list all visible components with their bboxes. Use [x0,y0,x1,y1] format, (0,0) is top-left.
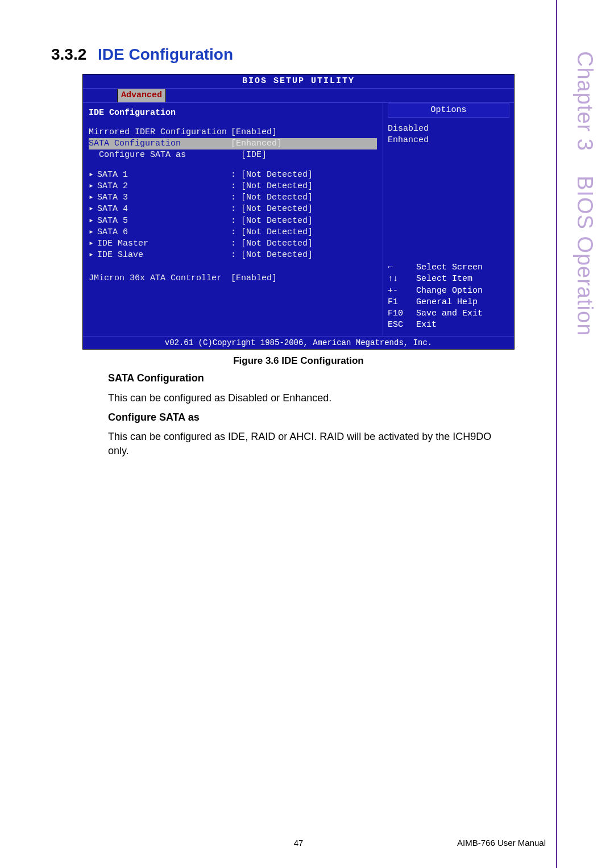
bios-config-row[interactable]: SATA Configuration[Enhanced] [89,138,377,149]
bios-config-row[interactable]: Configure SATA as[IDE] [89,149,377,161]
bios-device-value: [Not Detected] [241,227,313,238]
bios-option[interactable]: Disabled [388,123,509,135]
bios-device-label: SATA 6 [89,227,231,238]
bios-extra-label: JMicron 36x ATA Controller [89,273,231,284]
bios-config-value: [Enhanced] [231,138,282,149]
bios-nav-key: +- [388,285,416,297]
bios-device-row[interactable]: SATA 5: [Not Detected] [89,215,377,227]
bios-device-row[interactable]: SATA 3: [Not Detected] [89,192,377,203]
bios-nav-text: Select Item [416,273,472,285]
bios-screenshot: BIOS SETUP UTILITY Advanced IDE Configur… [82,74,515,350]
body-heading-2: Configure SATA as [108,410,506,424]
chapter-title: BIOS Operation [573,176,597,336]
bios-right-panel: Options DisabledEnhanced ←Select Screen↑… [383,103,514,336]
body-heading-1: SATA Configuration [108,371,506,385]
bios-config-value: [IDE] [241,149,267,161]
bios-nav-text: Change Option [416,285,483,297]
bios-device-value: [Not Detected] [241,238,313,250]
bios-nav-text: Exit [416,319,437,331]
bios-config-label: Configure SATA as [99,149,241,161]
section-heading: 3.3.2 IDE Configuration [51,45,546,64]
bios-device-label: SATA 2 [89,181,231,192]
bios-extra-value: [Enabled] [231,273,277,284]
bios-tab-row: Advanced [83,89,514,102]
bios-panel-title: IDE Configuration [89,107,377,119]
bios-nav-key: F1 [388,297,416,308]
bios-tab-advanced[interactable]: Advanced [117,89,166,102]
bios-nav-row: ←Select Screen [388,262,509,273]
bios-device-value: [Not Detected] [241,250,313,261]
bios-footer: v02.61 (C)Copyright 1985-2006, American … [83,336,514,350]
bios-title: BIOS SETUP UTILITY [83,74,514,89]
figure-caption: Figure 3.6 IDE Configuration [51,355,546,367]
bios-device-row[interactable]: SATA 4: [Not Detected] [89,203,377,215]
bios-nav-key: ↑↓ [388,273,416,285]
bios-device-value: [Not Detected] [241,169,313,181]
bios-nav-key: F10 [388,308,416,319]
section-number: 3.3.2 [51,45,86,63]
bios-nav-text: Save and Exit [416,308,483,319]
bios-device-value: [Not Detected] [241,192,313,203]
bios-device-value: [Not Detected] [241,215,313,227]
bios-nav-row: F1General Help [388,297,509,308]
bios-nav-row: F10Save and Exit [388,308,509,319]
bios-nav-text: Select Screen [416,262,483,273]
bios-device-label: IDE Slave [89,250,231,261]
side-chapter-tab: Chapter 3 BIOS Operation [572,51,597,336]
bios-extra-row[interactable]: JMicron 36x ATA Controller [Enabled] [89,273,377,284]
bios-nav-key: ← [388,262,416,273]
bios-device-label: SATA 1 [89,169,231,181]
bios-device-row[interactable]: IDE Slave: [Not Detected] [89,250,377,261]
bios-nav-text: General Help [416,297,478,308]
bios-nav-row: ESCExit [388,319,509,331]
bios-nav-row: +-Change Option [388,285,509,297]
bios-device-row[interactable]: SATA 2: [Not Detected] [89,181,377,192]
bios-device-row[interactable]: SATA 1: [Not Detected] [89,169,377,181]
body-para-1: This can be configured as Disabled or En… [108,391,506,405]
section-title: IDE Configuration [98,45,233,63]
bios-nav-row: ↑↓Select Item [388,273,509,285]
bios-device-value: [Not Detected] [241,181,313,192]
bios-device-label: IDE Master [89,238,231,250]
chapter-number: Chapter 3 [573,51,597,151]
bios-config-value: [Enabled] [231,127,277,138]
bios-left-panel: IDE Configuration Mirrored IDER Configur… [83,103,383,336]
bios-options-title: Options [388,103,509,118]
bios-config-row[interactable]: Mirrored IDER Configuration[Enabled] [89,127,377,138]
bios-config-label: Mirrored IDER Configuration [89,127,231,138]
page-number: 47 [294,838,304,848]
bios-nav-key: ESC [388,319,416,331]
bios-nav-help: ←Select Screen↑↓Select Item+-Change Opti… [388,262,509,331]
bios-device-label: SATA 4 [89,203,231,215]
bios-device-row[interactable]: SATA 6: [Not Detected] [89,227,377,238]
bios-config-label: SATA Configuration [89,138,231,149]
bios-device-label: SATA 5 [89,215,231,227]
page-footer: 47 AIMB-766 User Manual [51,838,546,848]
bios-device-value: [Not Detected] [241,203,313,215]
bios-device-row[interactable]: IDE Master: [Not Detected] [89,238,377,250]
side-divider [556,0,557,868]
bios-option[interactable]: Enhanced [388,135,509,146]
manual-name: AIMB-766 User Manual [457,838,546,848]
body-para-2: This can be configured as IDE, RAID or A… [108,430,506,458]
bios-device-label: SATA 3 [89,192,231,203]
